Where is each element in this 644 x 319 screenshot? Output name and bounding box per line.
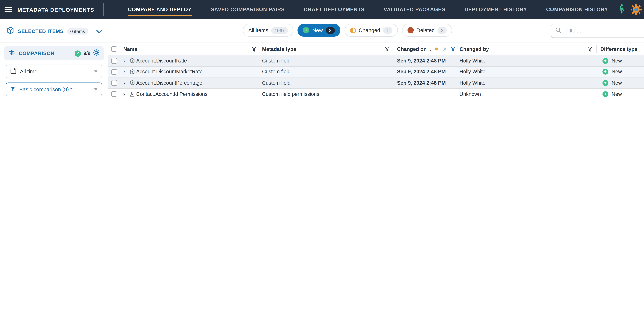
tab-compare-and-deploy[interactable]: COMPARE AND DEPLOY [128,0,192,19]
difference-label: New [612,91,622,97]
column-metadata-type[interactable]: Metadata type [262,43,296,55]
pill-count-badge: 3 [438,27,447,34]
select-caret-icon [94,70,98,72]
package-cube-icon [7,27,14,36]
table-row[interactable]: ›Contact.AccountId PermissionsCustom fie… [108,89,644,98]
funnel-icon [10,86,16,93]
pill-count-badge: 8 [326,27,335,34]
row-changed-on: Sep 9, 2024 2:48 PM [397,78,446,88]
table-row[interactable]: ›Account.DiscountMarketRateCustom fieldS… [108,66,644,78]
time-filter-value: All time [20,68,37,74]
row-difference-type: +New [602,66,622,77]
row-metadata-type: Custom field permissions [262,89,319,98]
tab-comparison-history[interactable]: COMPARISON HISTORY [546,0,608,19]
pill-label: Changed [359,27,380,33]
row-name: Account.DiscountPercentage [136,78,202,88]
clear-filter-icon[interactable]: ✕ [442,43,447,55]
comparison-filter-select[interactable]: Basic comparison (9) * [6,82,102,96]
changed-on-filter-funnel-icon[interactable] [451,43,456,55]
expand-chevron-icon[interactable]: › [123,66,125,77]
chevron-down-icon[interactable] [96,28,102,35]
search-icon [556,27,561,34]
pill-count-badge: 1067 [271,27,288,34]
top-nav: METADATA DEPLOYMENTS COMPARE AND DEPLOYS… [0,0,644,19]
pill-count-badge: 1 [383,27,392,34]
custom-field-icon [130,56,135,66]
filter-pill-deleted[interactable]: −Deleted3 [402,24,452,36]
permissions-person-icon [130,89,135,98]
table-filter [551,24,644,38]
gear-logo-avatar-icon [630,4,642,16]
row-difference-type: +New [602,89,622,98]
hamburger-menu-icon[interactable] [5,7,12,12]
table-row[interactable]: ›Account.DiscountRateCustom fieldSep 9, … [108,56,644,66]
app-window: METADATA DEPLOYMENTS COMPARE AND DEPLOYS… [0,0,644,99]
table-body: ›Account.DiscountRateCustom fieldSep 9, … [108,56,644,98]
comparison-label: COMPARISON [19,50,54,56]
new-icon: + [602,69,608,75]
expand-chevron-icon[interactable]: › [123,78,125,88]
changed-on-filter-active-dot [435,43,438,55]
row-name: Account.DiscountRate [136,56,187,66]
column-changed-by[interactable]: Changed by [460,43,489,55]
changed-by-filter-funnel-icon[interactable] [588,43,592,55]
row-checkbox[interactable] [111,80,117,86]
name-filter-funnel-icon[interactable] [252,43,256,55]
new-icon: + [303,27,310,33]
filter-pill-new[interactable]: +New8 [298,24,340,36]
row-changed-on: Sep 9, 2024 2:48 PM [397,66,446,77]
row-metadata-type: Custom field [262,78,290,88]
selected-items-label: SELECTED ITEMS [18,28,64,34]
row-difference-type: +New [602,56,622,66]
difference-label: New [612,58,622,64]
selected-items-count-badge: 0 items [67,28,88,35]
expand-chevron-icon[interactable]: › [123,56,125,66]
app-title: METADATA DEPLOYMENTS [18,6,94,13]
table-row[interactable]: ›Account.DiscountPercentageCustom fieldS… [108,78,644,89]
new-icon: + [602,80,608,86]
account-menu[interactable] [630,4,644,16]
tab-deployment-history[interactable]: DEPLOYMENT HISTORY [464,0,527,19]
tab-draft-deployments[interactable]: DRAFT DEPLOYMENTS [304,0,364,19]
main-panel: All items1067+New8Changed1−Deleted3 Name… [108,19,644,99]
changed-icon [350,27,356,33]
select-caret-icon [94,88,98,90]
row-checkbox[interactable] [111,91,117,97]
nav-right [618,3,644,16]
row-changed-by: Holly White [460,56,486,66]
row-changed-by: Holly White [460,78,486,88]
tab-saved-comparison-pairs[interactable]: SAVED COMPARISON PAIRS [211,0,285,19]
filter-pill-changed[interactable]: Changed1 [344,24,398,36]
pill-label: All items [248,27,268,33]
row-difference-type: +New [602,78,622,88]
row-metadata-type: Custom field [262,66,290,77]
column-difference-type[interactable]: Difference type [600,43,637,55]
row-name: Contact.AccountId Permissions [136,89,208,98]
calendar-icon [10,68,16,75]
sort-desc-icon[interactable]: ↓ [430,43,432,55]
select-all-checkbox[interactable] [111,46,117,52]
row-checkbox[interactable] [111,69,117,75]
selected-items-section[interactable]: SELECTED ITEMS 0 items [0,19,108,43]
new-icon: + [602,58,608,64]
rocket-icon[interactable] [618,3,625,16]
metadata-type-filter-funnel-icon[interactable] [385,43,390,55]
sidebar: SELECTED ITEMS 0 items COMPARISON ✓ 9/9 [0,19,108,99]
time-filter-select[interactable]: All time [6,64,102,78]
select-all-checkbox-cell [111,43,117,55]
tab-validated-packages[interactable]: VALIDATED PACKAGES [384,0,446,19]
table-filter-input[interactable] [564,28,640,34]
comparison-settings-gear-icon[interactable] [93,49,100,58]
expand-chevron-icon[interactable]: › [123,89,125,98]
nav-tabs: COMPARE AND DEPLOYSAVED COMPARISON PAIRS… [128,0,608,19]
row-changed-by: Unknown [460,89,481,98]
pill-label: Deleted [416,27,434,33]
pill-label: New [312,27,323,33]
column-changed-on[interactable]: Changed on [397,43,427,55]
filter-pill-all-items[interactable]: All items1067 [243,24,294,36]
row-checkbox[interactable] [111,58,117,64]
column-name[interactable]: Name [123,43,137,55]
new-icon: + [602,91,608,97]
table-header: Name Metadata type Changed on ↓ ✕ Change… [108,42,644,56]
comparison-header[interactable]: COMPARISON ✓ 9/9 [4,46,104,60]
